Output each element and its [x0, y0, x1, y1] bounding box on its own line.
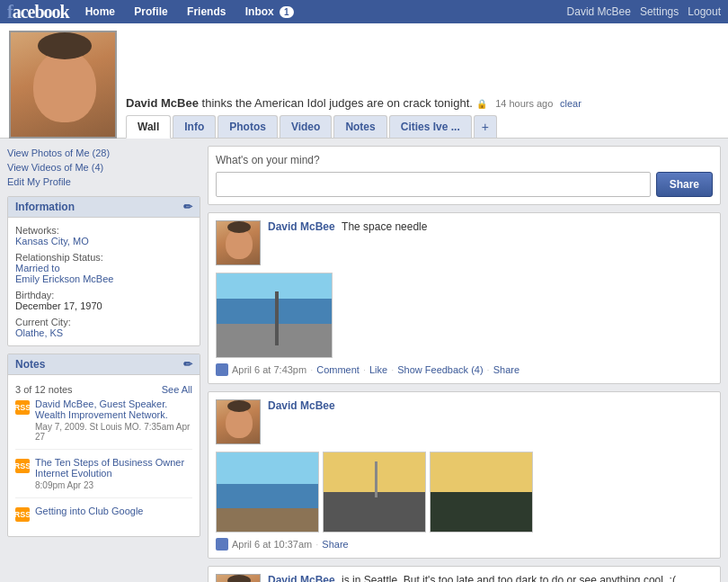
post-1-author[interactable]: David McBee: [268, 220, 335, 233]
post-2-timestamp: April 6 at 10:37am: [232, 539, 312, 550]
note-item-1: RSS David McBee, Guest Speaker. Wealth I…: [15, 398, 192, 450]
post-3-content: David McBee is in Seattle. But it's too …: [268, 574, 713, 582]
profile-status-line: David McBee thinks the American Idol jud…: [126, 89, 719, 110]
city-label: Current City:: [15, 317, 192, 327]
profile-tabs: Wall Info Photos Video Notes Cities Ive …: [126, 115, 719, 138]
wall-post-2: David McBee April 6 at 10:37am · Share: [208, 391, 721, 559]
note-text-1: David McBee, Guest Speaker. Wealth Impro…: [35, 398, 192, 442]
profile-header: David McBee thinks the American Idol jud…: [0, 23, 728, 139]
information-box-header: Information ✏: [8, 197, 200, 218]
post-2-author[interactable]: David McBee: [268, 399, 335, 412]
information-title: Information: [15, 201, 75, 213]
post-2-share[interactable]: Share: [322, 539, 348, 550]
note-item-3: RSS Getting into Club Google: [15, 506, 192, 529]
post-1-comment[interactable]: Comment: [316, 364, 360, 375]
edit-profile-link[interactable]: Edit My Profile: [7, 175, 200, 189]
relationship-person: Emily Erickson McBee: [15, 273, 192, 284]
post-1-text: The space needle: [342, 220, 427, 233]
sidebar-quick-links: View Photos of Me (28) View Videos of Me…: [7, 146, 200, 189]
inbox-badge: 1: [280, 6, 294, 18]
tab-photos[interactable]: Photos: [218, 115, 278, 138]
nav-inbox[interactable]: Inbox 1: [242, 4, 297, 20]
view-videos-link[interactable]: View Videos of Me (4): [7, 160, 200, 175]
post-1-feedback[interactable]: Show Feedback (4): [397, 364, 483, 375]
post-1-meta: April 6 at 7:43pm · Comment · Like · Sho…: [216, 363, 713, 376]
content-area: View Photos of Me (28) View Videos of Me…: [0, 139, 728, 582]
post-meta-icon-2: [216, 538, 228, 551]
wall-post-1: David McBee The space needle April 6 at …: [208, 212, 721, 384]
information-content: Networks: Kansas City, MO Relationship S…: [8, 218, 200, 345]
share-button[interactable]: Share: [656, 172, 713, 197]
post-3-avatar-image: [217, 575, 261, 582]
topbar: facebook Home Profile Friends Inbox 1 Da…: [0, 0, 728, 23]
profile-status-text: thinks the American Idol judges are on c…: [202, 96, 473, 110]
profile-status-icon: 🔒: [476, 99, 487, 109]
clear-link[interactable]: clear: [560, 98, 582, 109]
note-link-2[interactable]: The Ten Steps of Business Owner Internet…: [35, 457, 184, 479]
main-wall: What's on your mind? Share David McBee T…: [208, 146, 721, 582]
notes-header-row: 3 of 12 notes See All: [15, 382, 192, 398]
rss-icon-3: RSS: [15, 507, 30, 522]
post-1-avatar: [216, 220, 261, 265]
nav-home[interactable]: Home: [82, 4, 119, 20]
profile-avatar-image: [11, 32, 117, 139]
post-1-content: David McBee The space needle: [268, 220, 713, 265]
username-link[interactable]: David McBee: [567, 5, 631, 18]
note-text-3: Getting into Club Google: [35, 506, 143, 522]
notes-see-all[interactable]: See All: [162, 384, 192, 395]
view-photos-link[interactable]: View Photos of Me (28): [7, 146, 200, 160]
notes-count: 3 of 12 notes: [15, 384, 73, 395]
post-3-avatar: [216, 574, 261, 582]
logout-link[interactable]: Logout: [688, 5, 721, 18]
facebook-logo: facebook: [7, 2, 69, 22]
profile-header-right: David McBee thinks the American Idol jud…: [126, 89, 719, 138]
notes-edit-icon[interactable]: ✏: [183, 358, 192, 371]
notes-content: 3 of 12 notes See All RSS David McBee, G…: [8, 375, 200, 536]
post-2-images: [216, 452, 713, 533]
tab-add[interactable]: +: [474, 115, 497, 138]
post-2-image-building[interactable]: [430, 452, 533, 533]
networks-value: Kansas City, MO: [15, 236, 192, 246]
post-1-timestamp: April 6 at 7:43pm: [232, 364, 306, 375]
tab-notes[interactable]: Notes: [333, 115, 386, 138]
tab-video[interactable]: Video: [280, 115, 332, 138]
notes-title: Notes: [15, 358, 45, 371]
wall-post-3: David McBee is in Seattle. But it's too …: [208, 566, 721, 582]
city-value: Olathe, KS: [15, 327, 192, 338]
status-input[interactable]: [216, 172, 651, 197]
rss-icon-1: RSS: [15, 400, 30, 415]
information-box: Information ✏ Networks: Kansas City, MO …: [7, 196, 200, 346]
post-2-avatar: [216, 399, 261, 444]
note-meta-2: 8:09pm Apr 23: [35, 480, 192, 490]
settings-link[interactable]: Settings: [640, 5, 679, 18]
note-link-1[interactable]: David McBee, Guest Speaker. Wealth Impro…: [35, 398, 168, 420]
tab-wall[interactable]: Wall: [126, 115, 171, 139]
information-edit-icon[interactable]: ✏: [183, 201, 192, 213]
networks-label: Networks:: [15, 225, 192, 236]
tab-cities[interactable]: Cities Ive ...: [389, 115, 472, 138]
post-1-image-space-needle[interactable]: [216, 273, 333, 358]
post-2-image-bay[interactable]: [216, 452, 319, 533]
topbar-right: David McBee Settings Logout: [567, 5, 721, 18]
profile-avatar: [9, 31, 117, 139]
tab-info[interactable]: Info: [173, 115, 216, 138]
status-box: What's on your mind? Share: [208, 146, 721, 205]
nav-profile[interactable]: Profile: [130, 4, 171, 20]
profile-name: David McBee: [126, 96, 199, 110]
sidebar: View Photos of Me (28) View Videos of Me…: [7, 146, 200, 582]
nav-friends[interactable]: Friends: [183, 4, 229, 20]
post-1-avatar-image: [217, 221, 261, 265]
post-2-image-needle2[interactable]: [323, 452, 426, 533]
rss-icon-2: RSS: [15, 459, 30, 473]
note-text-2: The Ten Steps of Business Owner Internet…: [35, 457, 192, 490]
top-nav: Home Profile Friends Inbox 1: [82, 5, 306, 18]
status-input-row: Share: [216, 172, 713, 197]
post-2-avatar-image: [217, 400, 261, 444]
post-1-like[interactable]: Like: [369, 364, 387, 375]
post-1-header: David McBee The space needle: [216, 220, 713, 265]
page-wrapper: David McBee thinks the American Idol jud…: [0, 23, 728, 582]
post-3-author[interactable]: David McBee: [268, 574, 335, 582]
note-link-3[interactable]: Getting into Club Google: [35, 506, 143, 516]
post-1-share[interactable]: Share: [493, 364, 519, 375]
post-meta-icon-1: [216, 363, 228, 376]
